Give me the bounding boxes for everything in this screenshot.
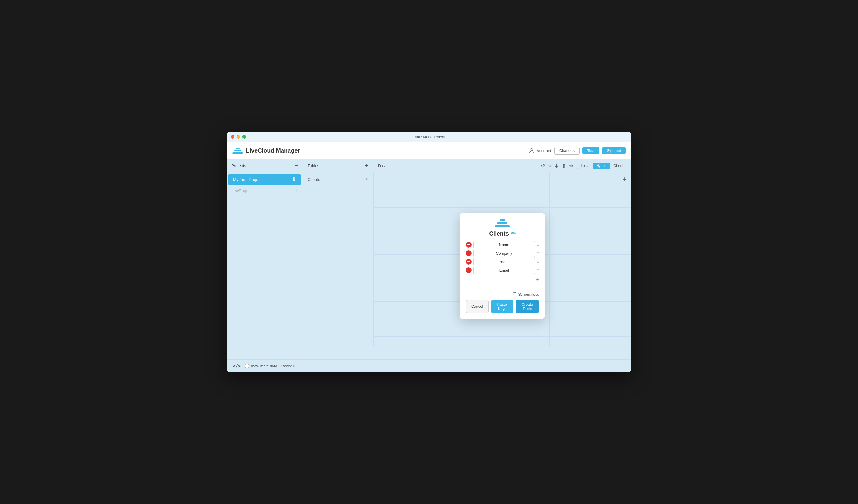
status-bar: </> show meta data Rows: 0 xyxy=(226,359,632,372)
projects-sidebar: My First Project ⬇ newProject + xyxy=(226,172,303,359)
show-meta-checkbox[interactable] xyxy=(245,364,249,368)
field-row-company: ≡ xyxy=(466,250,539,257)
logo-line-3 xyxy=(233,152,243,154)
tables-sidebar: Clients + xyxy=(303,172,373,359)
logo-line-2 xyxy=(234,150,241,151)
header-right: Account Changes Tour Sign out xyxy=(528,147,625,155)
app-window: Table Management LiveCloud Manager Accou… xyxy=(226,132,632,372)
changes-button[interactable]: Changes xyxy=(554,147,579,155)
remove-name-button[interactable] xyxy=(466,242,472,248)
field-input-email[interactable] xyxy=(473,267,535,274)
table-item-clients[interactable]: Clients + xyxy=(303,174,373,185)
minimize-button[interactable] xyxy=(237,135,240,139)
app-title: LiveCloud Manager xyxy=(246,147,300,154)
account-area: Account xyxy=(528,148,551,154)
field-row-name: ≡ xyxy=(466,241,539,248)
field-input-phone[interactable] xyxy=(473,258,535,265)
account-label: Account xyxy=(536,148,551,153)
logo-area: LiveCloud Manager xyxy=(233,147,528,154)
account-icon xyxy=(528,148,535,154)
maximize-button[interactable] xyxy=(242,135,246,139)
cloud-toggle-btn[interactable]: Cloud xyxy=(610,163,626,169)
logo-icon xyxy=(233,148,243,154)
close-button[interactable] xyxy=(231,135,235,139)
field-row-email: ≡ xyxy=(466,267,539,274)
table-name-clients: Clients xyxy=(307,177,320,182)
add-table-icon[interactable]: + xyxy=(365,176,368,182)
cancel-button[interactable]: Cancel xyxy=(466,300,489,313)
modal-overlay: Clients ✏ ≡ xyxy=(373,172,632,359)
main-layout: Projects + Tables + Data ↺ ○ ⬇ ⬆ xyxy=(226,159,632,372)
project-item-my-first-project[interactable]: My First Project ⬇ xyxy=(228,174,301,185)
create-table-button[interactable]: Create Table xyxy=(515,300,539,313)
new-project-item[interactable]: newProject + xyxy=(226,185,303,196)
modal-logo xyxy=(495,219,510,227)
add-field-button[interactable]: + xyxy=(535,276,539,283)
tour-button[interactable]: Tour xyxy=(583,147,599,154)
project-name-my-first-project: My First Project xyxy=(233,177,261,182)
sync-icons: ↺ ○ ⬇ ⬆ ⇔ xyxy=(541,163,573,169)
tables-col-header: Tables + xyxy=(303,159,373,172)
content-columns: My First Project ⬇ newProject + Clients … xyxy=(226,172,632,359)
logo-line-1 xyxy=(236,148,240,149)
window-title: Table Management xyxy=(413,135,445,139)
add-new-project-icon[interactable]: + xyxy=(295,188,298,194)
remove-phone-button[interactable] xyxy=(466,259,472,265)
data-area: + Clients ✏ xyxy=(373,172,632,359)
paste-keys-button[interactable]: Paste Keys xyxy=(491,300,513,313)
modal-footer: Cancel Paste Keys Create Table xyxy=(466,300,539,313)
show-meta-checkbox-area: show meta data xyxy=(245,364,277,368)
drag-handle-company[interactable]: ≡ xyxy=(537,251,539,256)
schemaless-checkbox[interactable] xyxy=(513,292,517,296)
create-table-modal: Clients ✏ ≡ xyxy=(460,213,545,319)
modal-logo-line-3 xyxy=(495,225,510,227)
hybrid-toggle-btn[interactable]: Hybrid xyxy=(593,163,610,169)
project-download-icon: ⬇ xyxy=(292,176,296,183)
columns-header: Projects + Tables + Data ↺ ○ ⬇ ⬆ xyxy=(226,159,632,172)
modal-logo-line-1 xyxy=(500,219,505,221)
new-project-name: newProject xyxy=(231,188,252,193)
columns-area: Projects + Tables + Data ↺ ○ ⬇ ⬆ xyxy=(226,159,632,372)
remove-company-button[interactable] xyxy=(466,250,472,256)
drag-handle-name[interactable]: ≡ xyxy=(537,242,539,247)
modal-table-name: Clients xyxy=(489,230,509,237)
show-meta-label: show meta data xyxy=(250,364,277,368)
field-input-name[interactable] xyxy=(473,241,535,248)
modal-title: Clients ✏ xyxy=(489,230,515,237)
field-row-phone: ≡ xyxy=(466,258,539,265)
remove-email-button[interactable] xyxy=(466,267,472,273)
app-header: LiveCloud Manager Account Changes Tour S… xyxy=(226,142,632,159)
projects-col-header: Projects + xyxy=(226,159,303,172)
data-col-header: Data ↺ ○ ⬇ ⬆ ⇔ Local Hybrid Cloud xyxy=(373,159,632,172)
fields-container: ≡ ≡ ≡ xyxy=(466,241,539,274)
schemaless-row: Schemaless xyxy=(513,292,539,297)
data-label: Data xyxy=(378,163,387,168)
code-icon[interactable]: </> xyxy=(233,363,241,369)
local-toggle-btn[interactable]: Local xyxy=(577,163,593,169)
split-icon[interactable]: ⇔ xyxy=(569,163,573,169)
svg-point-0 xyxy=(531,148,533,150)
search-icon[interactable]: ○ xyxy=(548,163,551,169)
add-project-button[interactable]: + xyxy=(294,163,298,169)
projects-label: Projects xyxy=(231,163,246,168)
modal-logo-line-2 xyxy=(497,222,507,224)
cloud-toggle: Local Hybrid Cloud xyxy=(577,163,626,169)
rows-label: Rows: 0 xyxy=(281,364,295,368)
cloud-download-icon[interactable]: ⬇ xyxy=(554,163,559,169)
signout-button[interactable]: Sign out xyxy=(602,147,625,154)
refresh-icon[interactable]: ↺ xyxy=(541,163,545,169)
title-bar: Table Management xyxy=(226,132,632,142)
field-input-company[interactable] xyxy=(473,250,535,257)
traffic-lights xyxy=(231,135,246,139)
cloud-upload-icon[interactable]: ⬆ xyxy=(562,163,566,169)
edit-title-icon[interactable]: ✏ xyxy=(511,230,515,237)
schemaless-label: Schemaless xyxy=(518,292,539,297)
add-table-button[interactable]: + xyxy=(365,163,368,169)
tables-label: Tables xyxy=(307,163,319,168)
drag-handle-email[interactable]: ≡ xyxy=(537,268,539,273)
drag-handle-phone[interactable]: ≡ xyxy=(537,259,539,264)
